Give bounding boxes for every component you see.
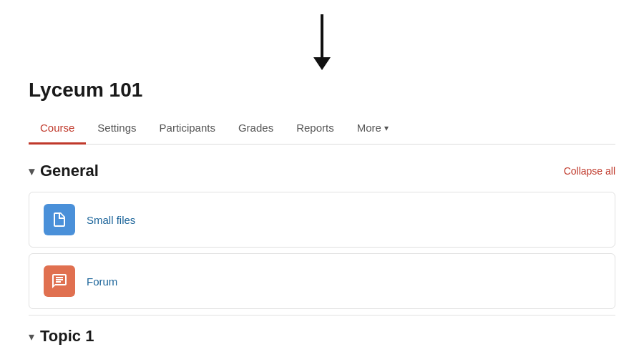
arrow-head (313, 57, 331, 70)
file-activity-icon (44, 204, 75, 235)
page-container: Lyceum 101 Course Settings Participants … (0, 0, 644, 348)
course-title: Lyceum 101 (29, 79, 615, 102)
tab-grades[interactable]: Grades (227, 113, 285, 145)
topic-section-header: ▾ Topic 1 (29, 315, 615, 348)
activity-link-small-files[interactable]: Small files (87, 214, 135, 226)
forum-activity-icon (44, 265, 75, 297)
general-section-header: ▾ General Collapse all (29, 145, 615, 192)
topic-section-title: Topic 1 (40, 327, 94, 346)
tab-more[interactable]: More ▾ (346, 113, 400, 145)
activity-link-forum[interactable]: Forum (87, 275, 117, 288)
activity-card-forum: Forum (29, 253, 615, 309)
chevron-down-icon: ▾ (384, 123, 389, 133)
tab-settings[interactable]: Settings (86, 113, 147, 145)
file-icon (51, 211, 68, 228)
forum-icon (51, 273, 68, 290)
tab-participants[interactable]: Participants (148, 113, 227, 145)
nav-tabs: Course Settings Participants Grades Repo… (29, 113, 615, 145)
tab-course[interactable]: Course (29, 113, 86, 145)
collapse-all-button[interactable]: Collapse all (564, 165, 615, 177)
tab-reports[interactable]: Reports (285, 113, 346, 145)
section-chevron-icon[interactable]: ▾ (29, 165, 34, 178)
topic-chevron-icon[interactable]: ▾ (29, 330, 34, 343)
arrow-indicator (29, 14, 615, 72)
activity-card-small-files: Small files (29, 192, 615, 248)
general-section-title: ▾ General (29, 162, 99, 180)
arrow-line (321, 14, 323, 57)
